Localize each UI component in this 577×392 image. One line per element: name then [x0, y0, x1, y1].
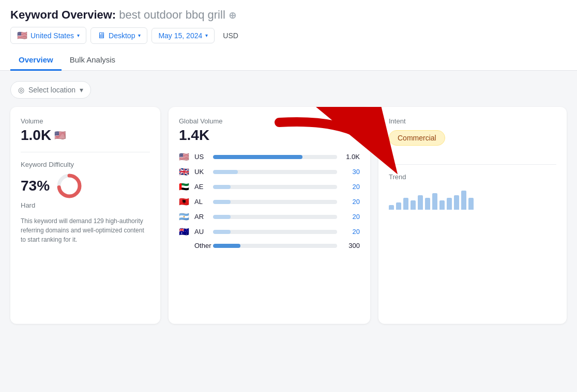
bar-al: [213, 200, 337, 204]
country-row-other: Other 300: [179, 242, 360, 249]
value-us: 1.0K: [341, 153, 360, 161]
device-icon: 🖥: [97, 31, 105, 40]
intent-label: Intent: [389, 117, 556, 125]
tab-overview[interactable]: Overview: [10, 50, 62, 71]
flag-ae: 🇦🇪: [179, 182, 190, 192]
value-ar: 20: [341, 213, 360, 221]
volume-number: 1.0K: [21, 127, 51, 144]
trend-bar-10: [454, 195, 459, 210]
country-chevron-icon: ▾: [77, 33, 80, 38]
country-row-us: 🇺🇸 US 1.0K: [179, 152, 360, 162]
code-us: US: [194, 153, 209, 161]
trend-bar-3: [403, 198, 408, 210]
tab-bulk-analysis[interactable]: Bulk Analysis: [62, 50, 124, 71]
value-other: 300: [341, 242, 360, 249]
cards-row: Volume 1.0K 🇺🇸 Keyword Difficulty 73%: [10, 107, 567, 324]
date-filter[interactable]: May 15, 2024 ▾: [151, 28, 215, 43]
bar-ae: [213, 185, 337, 189]
bar-fill-al: [213, 200, 231, 204]
bar-fill-au: [213, 230, 231, 234]
header: Keyword Overview: best outdoor bbq grill…: [0, 0, 577, 71]
bar-fill-us: [213, 155, 302, 159]
trend-bar-4: [411, 200, 416, 210]
content-area: ◎ Select location ▾ Volume 1.0K 🇺🇸 Keywo…: [0, 71, 577, 334]
code-au: AU: [194, 228, 209, 236]
code-uk: UK: [194, 168, 209, 176]
flag-al: 🇦🇱: [179, 197, 190, 207]
filters-row: 🇺🇸 United States ▾ 🖥 Desktop ▾ May 15, 2…: [10, 27, 567, 44]
add-keyword-icon[interactable]: ⊕: [229, 10, 236, 21]
bar-fill-other: [213, 244, 240, 248]
bar-fill-uk: [213, 170, 238, 174]
trend-chart: [389, 186, 556, 212]
bar-ar: [213, 215, 337, 219]
bar-au: [213, 230, 337, 234]
device-chevron-icon: ▾: [138, 33, 141, 38]
difficulty-value: 73%: [21, 178, 50, 194]
bar-uk: [213, 170, 337, 174]
intent-card: Intent Commercial Trend: [378, 107, 567, 324]
country-filter[interactable]: 🇺🇸 United States ▾: [10, 27, 86, 44]
flag-au: 🇦🇺: [179, 227, 190, 237]
code-al: AL: [194, 198, 209, 206]
value-uk: 30: [341, 168, 360, 176]
global-volume-label: Global Volume: [179, 117, 360, 125]
device-filter[interactable]: 🖥 Desktop ▾: [90, 27, 147, 44]
intent-badge: Commercial: [389, 130, 445, 146]
location-label: Select location: [28, 86, 75, 94]
code-other: Other: [194, 242, 209, 249]
global-volume-card: Global Volume 1.4K 🇺🇸 US 1.0K 🇬🇧 UK 30 �: [169, 107, 370, 324]
trend-bar-8: [439, 200, 445, 210]
trend-bar-1: [389, 205, 394, 210]
date-chevron-icon: ▾: [205, 33, 208, 38]
trend-bar-12: [468, 198, 474, 210]
difficulty-label: Keyword Difficulty: [21, 161, 150, 168]
country-row-al: 🇦🇱 AL 20: [179, 197, 360, 207]
bar-fill-ar: [213, 215, 231, 219]
divider: [21, 152, 150, 152]
country-row-ar: 🇦🇷 AR 20: [179, 212, 360, 222]
global-volume-value: 1.4K: [179, 127, 360, 144]
flag-us: 🇺🇸: [179, 152, 190, 162]
value-au: 20: [341, 228, 360, 236]
code-ae: AE: [194, 183, 209, 191]
flag-ar: 🇦🇷: [179, 212, 190, 222]
bar-other: [213, 244, 337, 248]
difficulty-section: Keyword Difficulty 73% Hard This keyword…: [21, 161, 150, 244]
country-row-au: 🇦🇺 AU 20: [179, 227, 360, 237]
country-row-ae: 🇦🇪 AE 20: [179, 182, 360, 192]
difficulty-row: 73%: [21, 173, 150, 199]
volume-label: Volume: [21, 117, 150, 125]
currency-label: USD: [219, 28, 242, 43]
difficulty-donut: [56, 173, 83, 199]
device-label: Desktop: [109, 32, 135, 40]
trend-label: Trend: [389, 173, 556, 181]
tabs-row: Overview Bulk Analysis: [10, 50, 567, 70]
bar-us: [213, 155, 337, 159]
trend-bar-7: [432, 193, 437, 210]
keyword-text: best outdoor bbq grill: [119, 8, 225, 21]
location-chevron-icon: ▾: [80, 86, 83, 94]
flag-uk: 🇬🇧: [179, 167, 190, 177]
volume-value: 1.0K 🇺🇸: [21, 127, 150, 144]
location-selector[interactable]: ◎ Select location ▾: [10, 81, 91, 99]
value-ae: 20: [341, 183, 360, 191]
trend-bar-2: [396, 202, 401, 210]
title-prefix: Keyword Overview:: [10, 8, 116, 21]
trend-bar-6: [425, 198, 430, 210]
volume-flag: 🇺🇸: [54, 130, 66, 141]
trend-bar-11: [461, 191, 466, 210]
value-al: 20: [341, 198, 360, 206]
trend-bar-9: [447, 198, 452, 210]
location-icon: ◎: [18, 86, 24, 94]
date-label: May 15, 2024: [158, 32, 202, 40]
volume-card: Volume 1.0K 🇺🇸 Keyword Difficulty 73%: [10, 107, 160, 324]
country-flag: 🇺🇸: [17, 30, 27, 40]
code-ar: AR: [194, 213, 209, 221]
country-row-uk: 🇬🇧 UK 30: [179, 167, 360, 177]
intent-divider: [389, 164, 556, 165]
hard-label: Hard: [21, 201, 150, 209]
difficulty-description: This keyword will demand 129 high-author…: [21, 216, 150, 244]
country-label: United States: [31, 32, 74, 40]
bar-fill-ae: [213, 185, 231, 189]
